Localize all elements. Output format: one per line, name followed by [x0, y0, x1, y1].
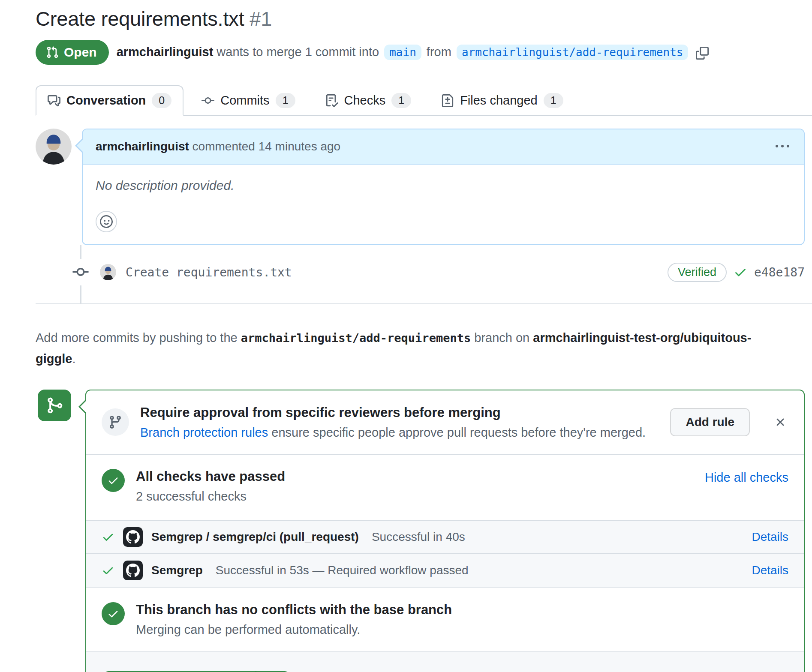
file-diff-icon — [441, 94, 454, 107]
pr-meta-row: Open armchairlinguist wants to merge 1 c… — [36, 40, 805, 65]
checks-summary-subtitle: 2 successful checks — [136, 489, 694, 504]
commit-meta: Verified e48e187 — [668, 263, 805, 282]
copy-branch-button[interactable] — [696, 47, 709, 60]
tab-commits[interactable]: Commits 1 — [189, 85, 307, 116]
smiley-icon — [100, 215, 113, 228]
tab-label: Conversation — [66, 93, 146, 108]
tab-label: Files changed — [460, 93, 538, 108]
push-note-branch: armchairlinguist/add-requirements — [241, 331, 471, 345]
mergeability-subtitle: Merging can be performed automatically. — [136, 623, 788, 637]
details-link[interactable]: Details — [752, 564, 788, 577]
checklist-icon — [325, 94, 338, 107]
avatar[interactable] — [36, 129, 72, 165]
tab-counter: 1 — [276, 93, 295, 108]
verified-badge[interactable]: Verified — [668, 263, 727, 282]
tab-counter: 0 — [152, 93, 171, 108]
no-conflicts-icon — [102, 602, 125, 625]
pr-author[interactable]: armchairlinguist — [117, 45, 214, 59]
hide-all-checks-link[interactable]: Hide all checks — [705, 471, 788, 485]
git-commit-icon — [201, 94, 214, 107]
checks-summary-title: All checks have passed — [136, 469, 694, 484]
mergeability-section: This branch has no conflicts with the ba… — [86, 588, 804, 652]
branch-protection-desc-text: ensure specific people approve pull requ… — [268, 426, 646, 439]
check-row: Semgrep / semgrep/ci (pull_request) Succ… — [86, 521, 804, 554]
pr-title-text: Create requirements.txt — [36, 7, 244, 30]
merge-action-section: Merge pull request You can also open thi… — [86, 652, 804, 672]
branch-protection-desc: Branch protection rules ensure specific … — [140, 426, 659, 440]
merge-status-area: Require approval from specific reviewers… — [36, 390, 805, 672]
pr-state-badge: Open — [36, 40, 109, 65]
check-icon — [102, 564, 114, 577]
git-merge-icon — [38, 390, 71, 421]
tab-counter: 1 — [544, 93, 563, 108]
push-note-prefix: Add more commits by pushing to the — [36, 331, 241, 345]
mergeability-text: This branch has no conflicts with the ba… — [136, 602, 788, 637]
git-commit-icon — [72, 259, 89, 285]
avatar[interactable] — [100, 264, 116, 280]
comment-header-text: armchairlinguist commented 14 minutes ag… — [96, 140, 340, 153]
comment-meta: commented 14 minutes ago — [189, 140, 340, 153]
tab-label: Checks — [344, 93, 386, 108]
branch-protection-title: Require approval from specific reviewers… — [140, 405, 659, 420]
branch-protection-section: Require approval from specific reviewers… — [86, 390, 804, 455]
commit-sha-link[interactable]: e48e187 — [754, 265, 805, 279]
checks-summary-section: All checks have passed 2 successful chec… — [86, 455, 804, 521]
check-name: Semgrep / semgrep/ci (pull_request) — [151, 530, 359, 544]
push-note-middle: branch on — [471, 331, 533, 345]
git-branch-icon — [102, 408, 129, 436]
merge-box: Require approval from specific reviewers… — [85, 390, 805, 672]
check-icon — [102, 531, 114, 543]
checks-passed-icon — [102, 469, 125, 492]
pr-meta-text: armchairlinguist wants to merge 1 commit… — [117, 45, 709, 59]
comment-body: No description provided. — [83, 165, 804, 244]
tab-label: Commits — [220, 93, 269, 108]
push-note: Add more commits by pushing to the armch… — [36, 327, 756, 370]
pr-tabs: Conversation 0 Commits 1 Checks 1 Files … — [36, 85, 812, 116]
copy-icon — [696, 47, 709, 60]
branch-protection-text: Require approval from specific reviewers… — [140, 405, 659, 440]
push-note-suffix: . — [72, 352, 75, 366]
check-status: Successful in 53s — Required workflow pa… — [216, 564, 469, 577]
pr-meta-action: wants to merge 1 commit into — [213, 45, 382, 59]
checks-summary-text: All checks have passed 2 successful chec… — [136, 469, 694, 504]
pr-meta-from: from — [423, 45, 455, 59]
commit-row: Create requirements.txt Verified e48e187 — [36, 259, 805, 285]
commit-section: Create requirements.txt Verified e48e187 — [36, 245, 805, 303]
branch-protection-rules-link[interactable]: Branch protection rules — [140, 426, 268, 439]
mergeability-title: This branch has no conflicts with the ba… — [136, 602, 788, 618]
base-branch-label[interactable]: main — [384, 45, 421, 60]
tab-counter: 1 — [391, 93, 411, 108]
octocat-icon[interactable] — [123, 527, 143, 547]
check-status: Successful in 40s — [372, 530, 465, 544]
octocat-icon[interactable] — [123, 561, 143, 580]
tab-files-changed[interactable]: Files changed 1 — [429, 85, 575, 116]
x-icon — [774, 416, 787, 429]
pull-request-page: Create requirements.txt #1 Open armchair… — [0, 0, 812, 672]
dismiss-protection-button[interactable] — [772, 414, 788, 430]
pr-number: #1 — [250, 7, 272, 30]
kebab-icon — [776, 140, 789, 153]
commit-message-link[interactable]: Create requirements.txt — [126, 265, 292, 279]
tab-conversation[interactable]: Conversation 0 — [36, 85, 183, 116]
check-name: Semgrep — [151, 564, 203, 577]
comment-options-button[interactable] — [774, 138, 791, 155]
details-link[interactable]: Details — [752, 530, 788, 544]
timeline-end-divider — [36, 303, 812, 304]
page-title: Create requirements.txt #1 — [36, 7, 805, 30]
tab-checks[interactable]: Checks 1 — [313, 85, 424, 116]
check-row: Semgrep Successful in 53s — Required wor… — [86, 554, 804, 588]
comment-text: No description provided. — [96, 178, 791, 193]
git-pull-request-icon — [46, 46, 59, 59]
check-icon — [734, 265, 747, 279]
add-reaction-button[interactable] — [96, 211, 117, 232]
comment-header: armchairlinguist commented 14 minutes ag… — [83, 129, 804, 165]
pr-state-label: Open — [64, 45, 97, 60]
comment-box: armchairlinguist commented 14 minutes ag… — [82, 129, 805, 245]
add-rule-button[interactable]: Add rule — [670, 408, 750, 436]
pr-timeline: armchairlinguist commented 14 minutes ag… — [36, 129, 805, 672]
comment-author[interactable]: armchairlinguist — [96, 140, 189, 153]
pr-description-comment: armchairlinguist commented 14 minutes ag… — [36, 129, 805, 245]
comment-discussion-icon — [48, 94, 60, 107]
head-branch-label[interactable]: armchairlinguist/add-requirements — [457, 45, 689, 60]
